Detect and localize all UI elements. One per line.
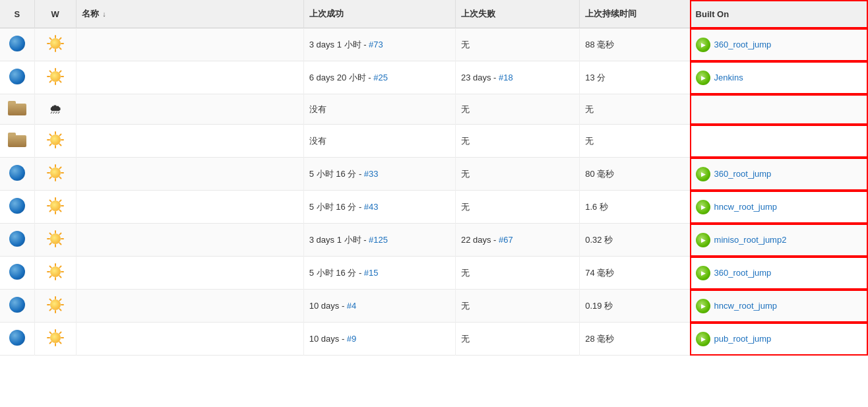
built-on-cell <box>690 94 868 125</box>
last-success-cell: 5 小时 16 分 - #33 <box>303 158 455 191</box>
sun-weather-icon <box>47 164 64 181</box>
built-on-link[interactable]: 360_root_jump <box>714 40 772 49</box>
last-fail-cell: 无 <box>455 28 579 61</box>
built-on-link[interactable]: miniso_root_jump2 <box>714 235 787 245</box>
ball-blue-status-icon <box>9 198 25 214</box>
ball-blue-status-icon <box>9 69 25 84</box>
built-on-cell: 360_root_jump <box>690 28 868 61</box>
weather-cell <box>34 28 76 61</box>
built-on-wrapper: hncw_root_jump <box>696 200 863 214</box>
name-cell <box>76 28 303 61</box>
sun-weather-icon <box>47 230 64 247</box>
folder-icon <box>8 101 26 115</box>
weather-cell: 🌧 <box>34 94 76 125</box>
col-header-w: W <box>34 0 76 28</box>
last-fail-cell: 无 <box>455 94 579 125</box>
built-on-link[interactable]: hncw_root_jump <box>714 301 777 311</box>
last-success-cell: 6 days 20 小时 - #25 <box>303 61 455 94</box>
table-row: 3 days 1 小时 - #12522 days - #670.32 秒min… <box>0 224 868 257</box>
built-on-link[interactable]: hncw_root_jump <box>714 202 777 212</box>
status-cell <box>0 323 34 356</box>
last-success-cell: 没有 <box>303 125 455 158</box>
weather-cell <box>34 158 76 191</box>
name-cell <box>76 158 303 191</box>
ball-blue-status-icon <box>9 36 25 51</box>
last-success-cell: 3 days 1 小时 - #125 <box>303 224 455 257</box>
built-on-wrapper: pub_root_jump <box>696 332 863 346</box>
built-on-cell: hncw_root_jump <box>690 191 868 224</box>
built-on-wrapper: 360_root_jump <box>696 38 863 52</box>
last-fail-cell: 无 <box>455 323 579 356</box>
table-row: 🌧没有无无 <box>0 94 868 125</box>
last-fail-cell: 无 <box>455 191 579 224</box>
built-on-link[interactable]: pub_root_jump <box>714 334 772 344</box>
last-fail-link[interactable]: #67 <box>499 235 513 245</box>
status-cell <box>0 191 34 224</box>
last-success-link[interactable]: #33 <box>364 169 379 179</box>
built-on-arrow-icon <box>696 299 710 313</box>
weather-cell <box>34 323 76 356</box>
folder-icon <box>8 133 26 147</box>
built-on-link[interactable]: 360_root_jump <box>714 268 772 278</box>
duration-cell: 0.32 秒 <box>580 224 690 257</box>
status-cell <box>0 94 34 125</box>
built-on-arrow-icon <box>696 332 710 346</box>
last-fail-cell: 无 <box>455 257 579 290</box>
last-success-link[interactable]: #43 <box>364 202 379 212</box>
built-on-arrow-icon <box>696 38 710 52</box>
sun-weather-icon <box>47 197 64 214</box>
status-cell <box>0 61 34 94</box>
built-on-arrow-icon <box>696 200 710 214</box>
last-success-link[interactable]: #9 <box>347 334 356 344</box>
last-success-link[interactable]: #125 <box>369 235 388 245</box>
name-cell <box>76 290 303 323</box>
sun-weather-icon <box>47 131 64 148</box>
built-on-wrapper: Jenkins <box>696 71 863 85</box>
last-success-link[interactable]: #4 <box>347 301 356 311</box>
table-row: 10 days - #9无28 毫秒pub_root_jump <box>0 323 868 356</box>
sun-weather-icon <box>47 296 64 313</box>
status-cell <box>0 158 34 191</box>
ball-blue-status-icon <box>9 165 25 181</box>
duration-cell: 80 毫秒 <box>580 158 690 191</box>
col-header-name[interactable]: 名称 ↓ <box>76 0 303 28</box>
duration-cell: 1.6 秒 <box>580 191 690 224</box>
ball-blue-status-icon <box>9 264 25 280</box>
built-on-cell: pub_root_jump <box>690 323 868 356</box>
duration-cell: 无 <box>580 94 690 125</box>
status-cell <box>0 125 34 158</box>
built-on-cell: 360_root_jump <box>690 257 868 290</box>
col-header-built-on: Built On <box>690 0 868 28</box>
built-on-arrow-icon <box>696 266 710 280</box>
built-on-cell: miniso_root_jump2 <box>690 224 868 257</box>
table-row: 3 days 1 小时 - #73无88 毫秒360_root_jump <box>0 28 868 61</box>
duration-cell: 28 毫秒 <box>580 323 690 356</box>
name-cell <box>76 61 303 94</box>
built-on-arrow-icon <box>696 233 710 247</box>
duration-cell: 88 毫秒 <box>580 28 690 61</box>
cloud-rain-weather-icon: 🌧 <box>49 102 62 117</box>
built-on-link[interactable]: Jenkins <box>714 73 743 82</box>
last-success-link[interactable]: #25 <box>373 73 388 82</box>
last-fail-link[interactable]: #18 <box>499 73 513 82</box>
last-fail-cell: 23 days - #18 <box>455 61 579 94</box>
built-on-cell <box>690 125 868 158</box>
last-success-cell: 5 小时 16 分 - #15 <box>303 257 455 290</box>
last-success-link[interactable]: #73 <box>369 40 383 49</box>
name-cell <box>76 191 303 224</box>
name-cell <box>76 257 303 290</box>
ball-blue-status-icon <box>9 231 25 247</box>
name-cell <box>76 224 303 257</box>
table-row: 10 days - #4无0.19 秒hncw_root_jump <box>0 290 868 323</box>
weather-cell <box>34 125 76 158</box>
built-on-link[interactable]: 360_root_jump <box>714 169 772 179</box>
last-success-link[interactable]: #15 <box>364 268 379 278</box>
table-row: 没有无无 <box>0 125 868 158</box>
name-cell <box>76 94 303 125</box>
weather-cell <box>34 191 76 224</box>
ball-blue-status-icon <box>9 330 25 346</box>
built-on-wrapper: 360_root_jump <box>696 266 863 280</box>
last-success-cell: 没有 <box>303 94 455 125</box>
name-cell <box>76 125 303 158</box>
duration-cell: 74 毫秒 <box>580 257 690 290</box>
